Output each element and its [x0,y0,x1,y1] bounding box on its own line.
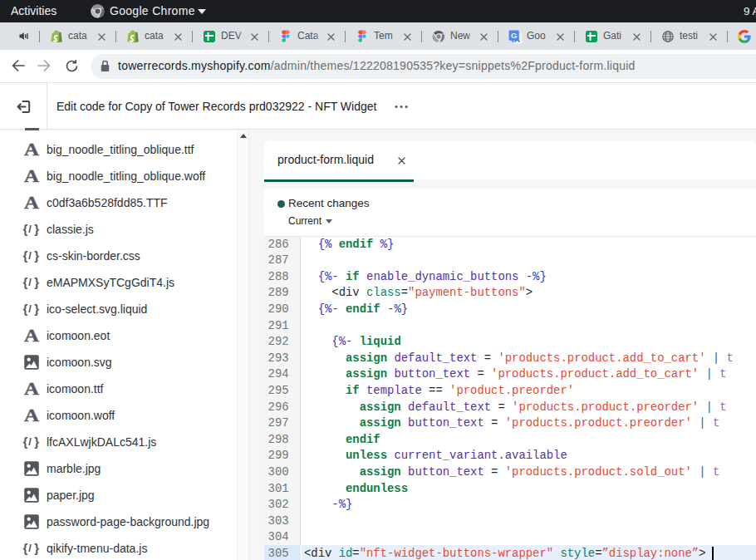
svg-text:G: G [511,31,517,40]
